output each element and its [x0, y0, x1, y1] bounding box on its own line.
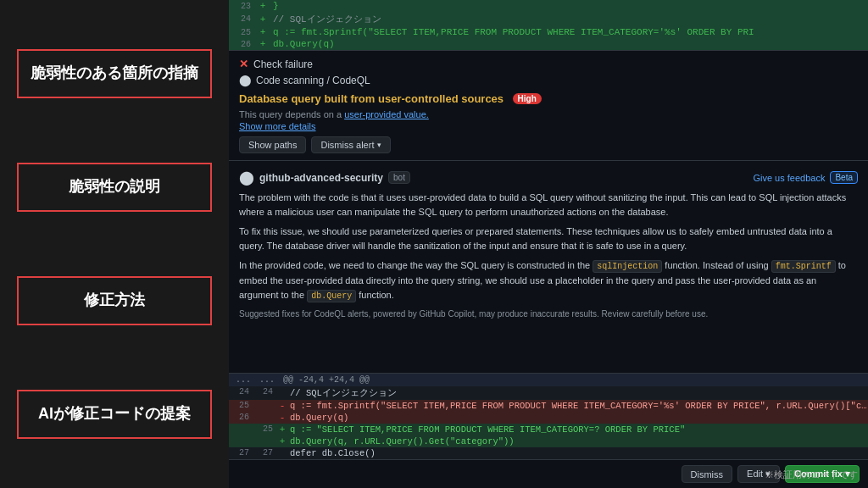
- bot-badge: bot: [388, 171, 410, 184]
- diff-marker: +: [276, 436, 288, 446]
- bot-p3: In the provided code, we need to change …: [239, 258, 858, 302]
- diff-header: ......@@ -24,4 +24,4 @@: [229, 374, 868, 386]
- code-line: 23+ }: [229, 0, 868, 12]
- diff-code: q := fmt.Sprintf("SELECT ITEM,PRICE FROM…: [288, 401, 868, 411]
- line-marker: +: [256, 27, 270, 37]
- bot-p2: To fix this issue, we should use paramet…: [239, 225, 858, 253]
- vuln-title: Database query built from user-controlle…: [239, 92, 504, 105]
- line-code: }: [270, 1, 868, 11]
- fmt-sprintf-code: fmt.Sprintf: [771, 260, 836, 273]
- diff-code: db.Query(q): [288, 413, 868, 423]
- bot-body: The problem with the code is that it use…: [239, 191, 858, 321]
- user-provided-link[interactable]: user-provided value.: [344, 109, 429, 119]
- diff-code: db.Query(q, r.URL.Query().Get("category"…: [288, 436, 868, 446]
- bot-avatar-icon: ⬤: [239, 169, 254, 186]
- label-ai-fix: AIが修正コードの提案: [17, 390, 212, 438]
- label-fix-method: 修正方法: [17, 276, 212, 324]
- db-query-code: db.Query: [307, 290, 356, 302]
- check-failure-text: Check failure: [253, 58, 313, 70]
- diff-line: 2727 defer db.Close(): [229, 447, 868, 459]
- octocat-icon: ⬤: [239, 74, 252, 86]
- label-vuln-desc: 脆弱性の説明: [17, 163, 212, 211]
- diff-marker: -: [276, 401, 288, 411]
- left-panel: 脆弱性のある箇所の指摘脆弱性の説明修正方法AIが修正コードの提案: [0, 0, 229, 488]
- diff-bottom-section: ......@@ -24,4 +24,4 @@2424 // SQLインジェクシ…: [229, 374, 868, 459]
- bot-header: ⬤ github-advanced-security bot Give us f…: [239, 169, 858, 186]
- diff-line: 25- q := fmt.Sprintf("SELECT ITEM,PRICE …: [229, 400, 868, 412]
- line-number: 23: [229, 2, 256, 11]
- code-top-section: 23+ }24+ // SQLインジェクション25+ q := fmt.Spri…: [229, 0, 868, 51]
- line-number: 24: [229, 14, 256, 24]
- suggestion-note: Suggested fixes for CodeQL alerts, power…: [239, 308, 858, 321]
- dismiss-chevron-icon: ▾: [377, 141, 381, 149]
- diff-line: 26- db.Query(q): [229, 412, 868, 424]
- line-marker: +: [256, 1, 270, 11]
- label-vuln-spot: 脆弱性のある箇所の指摘: [17, 49, 212, 97]
- diff-code: // SQLインジェクション: [288, 387, 868, 399]
- bot-p1: The problem with the code is that it use…: [239, 191, 858, 219]
- line-number: 26: [229, 40, 256, 49]
- diff-line: + db.Query(q, r.URL.Query().Get("categor…: [229, 435, 868, 447]
- dismiss-alert-button[interactable]: Dismiss alert ▾: [311, 136, 391, 153]
- diff-code: defer db.Close(): [288, 448, 868, 458]
- bot-name: github-advanced-security: [259, 172, 383, 184]
- right-panel: 23+ }24+ // SQLインジェクション25+ q := fmt.Spri…: [229, 0, 868, 488]
- dismiss-button[interactable]: Dismiss: [682, 465, 733, 483]
- action-row: Show paths Dismiss alert ▾: [239, 136, 858, 153]
- line-code: // SQLインジェクション: [270, 13, 868, 25]
- diff-marker: -: [276, 413, 288, 423]
- feedback-link[interactable]: Give us feedback: [753, 173, 825, 183]
- code-line: 25+ q := fmt.Sprintf("SELECT ITEM,PRICE …: [229, 26, 868, 38]
- scanner-label: Code scanning / CodeQL: [256, 75, 370, 86]
- severity-badge: High: [513, 93, 542, 104]
- show-paths-button[interactable]: Show paths: [239, 136, 306, 153]
- diff-marker: +: [276, 424, 288, 435]
- line-marker: +: [256, 39, 270, 49]
- show-more-link[interactable]: Show more details: [239, 121, 858, 131]
- x-icon: ✕: [239, 58, 248, 70]
- sql-injection-code: sqlInjection: [593, 260, 662, 273]
- diff-line: 2424 // SQLインジェクション: [229, 386, 868, 400]
- line-code: q := fmt.Sprintf("SELECT ITEM,PRICE FROM…: [270, 27, 868, 37]
- check-failure-section: ✕ Check failure ⬤ Code scanning / CodeQL…: [229, 51, 868, 161]
- diff-line: 25+ q := "SELECT ITEM,PRICE FROM PRODUCT…: [229, 424, 868, 435]
- line-number: 25: [229, 28, 256, 37]
- code-line: 26+ db.Query(q): [229, 38, 868, 50]
- diff-code: q := "SELECT ITEM,PRICE FROM PRODUCT WHE…: [288, 424, 868, 435]
- bot-comment-section: ⬤ github-advanced-security bot Give us f…: [229, 161, 868, 374]
- footnote: ※検証用のコードです: [765, 469, 858, 481]
- line-code: db.Query(q): [270, 39, 868, 49]
- code-line: 24+ // SQLインジェクション: [229, 12, 868, 26]
- line-marker: +: [256, 14, 270, 25]
- beta-badge: Beta: [830, 171, 858, 184]
- desc-text: This query depends on a user-provided va…: [239, 109, 858, 119]
